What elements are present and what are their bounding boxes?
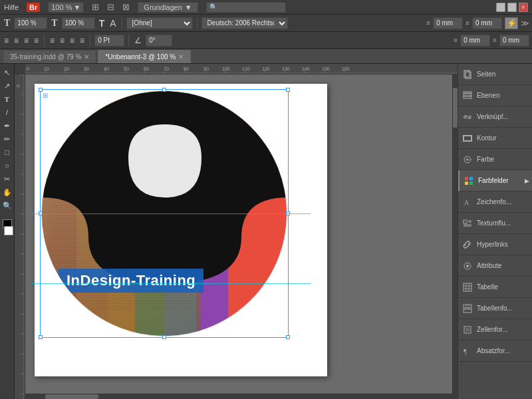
- toolbar-sep2: [197, 17, 198, 29]
- panel-item-attribute[interactable]: · · · · · Attribute: [458, 255, 532, 277]
- align-center-icon[interactable]: ≡: [13, 36, 20, 45]
- panel-item-verknuepf[interactable]: · · · · · Verknüpf...: [458, 106, 532, 128]
- align-right-icon[interactable]: ≡: [23, 36, 30, 45]
- right-metric-1[interactable]: [433, 17, 463, 29]
- svg-text:150: 150: [322, 66, 330, 71]
- svg-text:70: 70: [164, 66, 169, 71]
- panel-item-ebenen[interactable]: · · · · · Ebenen: [458, 85, 532, 106]
- tab-35training[interactable]: 35-training.indd @ 79 % ✕: [3, 50, 96, 63]
- panel-item-tabellenfo[interactable]: · · · · · Tabellenfo...: [458, 298, 532, 319]
- svg-text:120: 120: [262, 66, 270, 71]
- pt-field[interactable]: [94, 35, 124, 47]
- zoom-tool[interactable]: 🔍: [1, 200, 13, 211]
- canvas-area[interactable]: // Will be rendered statically 0 10 20 3…: [15, 64, 458, 399]
- lightning-button[interactable]: ⚡: [505, 17, 518, 29]
- panel-item-seiten[interactable]: · · · · · Seiten: [458, 64, 532, 85]
- hyperlinks-icon: [462, 239, 473, 250]
- panel-label-seiten: Seiten: [477, 70, 495, 78]
- ellipse-tool[interactable]: ○: [1, 160, 13, 172]
- close-button[interactable]: ✕: [519, 3, 528, 12]
- drag-handle-tabellenfo: · · · · ·: [458, 299, 532, 302]
- angle-field[interactable]: [146, 35, 172, 47]
- tab-unbenannt3-close[interactable]: ✕: [178, 53, 184, 61]
- pen-tool[interactable]: ✒: [1, 120, 13, 132]
- hand-tool[interactable]: ✋: [1, 186, 13, 198]
- panel-item-farbfelder[interactable]: · · · · · Farbfelder ▶: [458, 170, 532, 192]
- zoom-control[interactable]: 100 % ▼: [48, 2, 84, 13]
- zoom-field-2[interactable]: [62, 17, 95, 29]
- direct-select-tool[interactable]: ↗: [1, 80, 13, 92]
- panel-label-attribute: Attribute: [477, 262, 501, 269]
- h-scrollbar-thumb[interactable]: [45, 394, 98, 399]
- drag-handle-absatzfor: · · · · ·: [458, 342, 532, 344]
- align-left2-icon[interactable]: ≡: [49, 36, 56, 45]
- svg-text:¶: ¶: [464, 347, 467, 355]
- svg-rect-57: [464, 94, 471, 96]
- horizontal-scrollbar[interactable]: [25, 394, 452, 399]
- right2-metric-2[interactable]: [499, 35, 529, 47]
- maximize-button[interactable]: □: [507, 3, 517, 12]
- rect-tool[interactable]: □: [1, 146, 13, 158]
- right2-metric-1[interactable]: [460, 35, 490, 47]
- right-metric-2[interactable]: [472, 17, 502, 29]
- svg-text:0: 0: [16, 84, 21, 87]
- panel-label-farbe: Farbe: [477, 156, 494, 163]
- format-a-icon: A: [108, 18, 117, 29]
- minimize-button[interactable]: _: [496, 3, 505, 12]
- panel-item-farbe[interactable]: · · · · · Farbe: [458, 149, 532, 170]
- svg-text:80: 80: [184, 66, 189, 71]
- panel-item-textumflu[interactable]: · · · · · Textumflu...: [458, 213, 532, 234]
- kontur-icon: [462, 133, 473, 144]
- vertical-scrollbar[interactable]: [452, 74, 458, 399]
- search-box[interactable]: 🔍: [206, 2, 286, 13]
- workspace-dropdown-icon: ▼: [185, 3, 192, 11]
- zoom-value: 100 %: [51, 3, 72, 11]
- drag-handle-ebenen: · · · · ·: [458, 86, 532, 89]
- panel-item-zeichenfo[interactable]: · · · · · A Zeichenfo...: [458, 192, 532, 213]
- panel-item-tabelle[interactable]: · · · · · Tabelle: [458, 277, 532, 298]
- zoom-field-1[interactable]: [14, 17, 47, 29]
- panel-item-zellenfor[interactable]: · · · · · Zellenfor...: [458, 319, 532, 340]
- paragraph-style-select[interactable]: [Ohne]: [126, 17, 193, 29]
- align-right2-icon[interactable]: ≡: [68, 36, 76, 45]
- tab-unbenannt3-label: *Unbenannt-3 @ 100 %: [105, 53, 176, 61]
- tab-35training-close[interactable]: ✕: [84, 53, 89, 61]
- scissors-tool[interactable]: ✂: [1, 173, 13, 185]
- align-justify-icon[interactable]: ≡: [33, 36, 40, 45]
- menu-hilfe[interactable]: Hilfe: [4, 3, 19, 11]
- svg-rect-65: [465, 182, 468, 185]
- panel-item-absatzfor[interactable]: · · · · · ¶ Absatzfor...: [458, 340, 532, 362]
- ruler-horizontal: // Will be rendered statically 0 10 20 3…: [15, 64, 458, 74]
- panel-item-kontur[interactable]: · · · · · Kontur: [458, 128, 532, 149]
- svg-text:160: 160: [342, 66, 350, 71]
- line-tool[interactable]: /: [1, 106, 13, 118]
- align-center2-icon[interactable]: ≡: [59, 36, 66, 45]
- background-color[interactable]: [4, 226, 13, 235]
- scrollbar-thumb[interactable]: [453, 88, 458, 128]
- artwork-area: InDesign-Training: [41, 90, 301, 350]
- right-metrics-label1: ≡: [426, 19, 430, 27]
- selection-tool[interactable]: ↖: [1, 66, 13, 78]
- language-select[interactable]: Deutsch: 2006 Rechtschreib...: [201, 17, 288, 29]
- toolbar2-sep3: [128, 35, 129, 47]
- svg-point-74: [466, 265, 469, 267]
- extra-tools-icon[interactable]: ≫: [521, 19, 529, 28]
- tab-35training-label: 35-training.indd @ 79 %: [10, 53, 81, 61]
- toolbar-row1: T T T A [Ohne] Deutsch: 2006 Rechtschrei…: [0, 15, 532, 32]
- align-justify2-icon[interactable]: ≡: [78, 36, 86, 45]
- panel-label-tabelle: Tabelle: [477, 283, 498, 291]
- zoom-dropdown-icon[interactable]: ▼: [73, 3, 80, 11]
- align-left-icon[interactable]: ≡: [3, 36, 10, 45]
- text-tool[interactable]: T: [1, 93, 13, 105]
- svg-rect-56: [464, 96, 471, 98]
- br-badge[interactable]: Br: [27, 3, 40, 12]
- cursor-indicator: ▶: [525, 178, 529, 184]
- workspace-selector[interactable]: Grundlagen ▼: [138, 2, 198, 13]
- panel-item-hyperlinks[interactable]: · · · · · Hyperlinks: [458, 234, 532, 255]
- text-tool-icon[interactable]: T: [3, 18, 11, 29]
- black-curve-area: [42, 91, 287, 336]
- pencil-tool[interactable]: ✏: [1, 133, 13, 145]
- svg-rect-64: [469, 177, 473, 180]
- panel-label-tabellenfo: Tabellenfo...: [477, 305, 513, 312]
- tab-unbenannt3[interactable]: *Unbenannt-3 @ 100 % ✕: [98, 50, 191, 63]
